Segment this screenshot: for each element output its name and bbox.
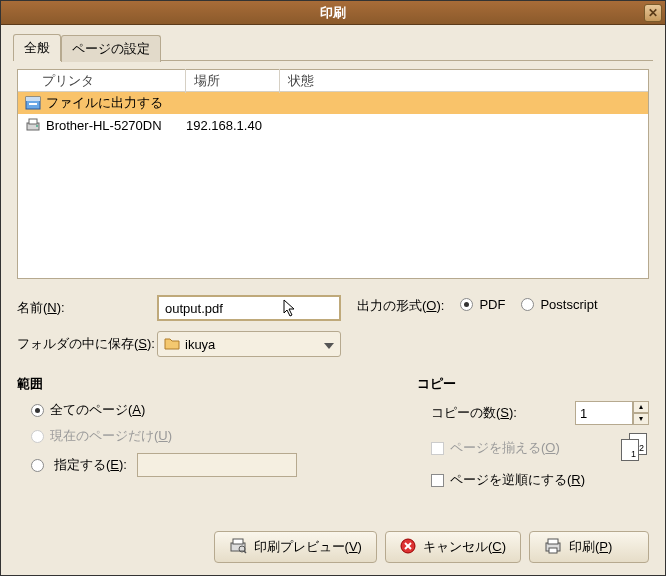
dialog-content: 全般 ページの設定 プリンタ 場所 状態 ファイルに出力する <box>1 25 665 575</box>
close-button[interactable]: ✕ <box>644 4 662 22</box>
folder-label: フォルダの中に保存(S): <box>17 335 157 353</box>
print-label: 印刷(P) <box>569 538 612 556</box>
preview-label: 印刷プレビュー(V) <box>254 538 362 556</box>
col-printer[interactable]: プリンタ <box>18 69 186 93</box>
filename-label: 名前(N): <box>17 299 157 317</box>
svg-rect-14 <box>548 539 558 544</box>
window-title: 印刷 <box>320 4 346 22</box>
folder-combo[interactable]: ikuya <box>157 331 341 357</box>
form-area: 名前(N): フォルダの中に保存(S): ikuya <box>17 295 649 357</box>
button-bar: 印刷プレビュー(V) キャンセル(C) 印刷(P) <box>13 521 653 567</box>
copies-spinner[interactable]: ▴▾ <box>575 401 649 425</box>
col-location[interactable]: 場所 <box>186 69 280 93</box>
tab-page-setup[interactable]: ページの設定 <box>61 35 161 62</box>
printer-list-header: プリンタ 場所 状態 <box>18 70 648 92</box>
copies-input[interactable] <box>575 401 633 425</box>
radio-current-page: 現在のページだけ(U) <box>31 427 357 445</box>
check-reverse[interactable]: ページを逆順にする(R) <box>431 471 649 489</box>
printer-name: ファイルに出力する <box>42 94 186 112</box>
copies-label: コピーの数(S): <box>431 404 517 422</box>
radio-postscript-label: Postscript <box>540 297 597 312</box>
copy-group: コピー コピーの数(S): ▴▾ ページを揃える(O) <box>417 375 649 489</box>
tab-general[interactable]: 全般 <box>13 34 61 61</box>
svg-rect-2 <box>29 103 37 105</box>
printer-list[interactable]: プリンタ 場所 状態 ファイルに出力する Brother-HL-5270DN <box>17 69 649 279</box>
titlebar: 印刷 ✕ <box>1 1 665 25</box>
spin-up[interactable]: ▴ <box>633 401 649 413</box>
svg-rect-4 <box>29 119 37 124</box>
radio-all-pages-label: 全てのページ(A) <box>50 401 145 419</box>
lower-section: 範囲 全てのページ(A) 現在のページだけ(U) 指定する(E): コピー <box>17 375 649 489</box>
range-input[interactable] <box>137 453 297 477</box>
col-status[interactable]: 状態 <box>280 69 648 93</box>
print-preview-button[interactable]: 印刷プレビュー(V) <box>214 531 377 563</box>
printer-name: Brother-HL-5270DN <box>42 118 186 133</box>
print-dialog: 印刷 ✕ 全般 ページの設定 プリンタ 場所 状態 ファイルに出力する <box>0 0 666 576</box>
print-button[interactable]: 印刷(P) <box>529 531 649 563</box>
svg-line-9 <box>244 551 246 553</box>
svg-rect-1 <box>26 97 40 101</box>
folder-icon <box>164 336 180 353</box>
print-icon <box>544 538 562 557</box>
check-reverse-label: ページを逆順にする(R) <box>450 471 585 489</box>
check-collate: ページを揃える(O) <box>431 439 560 457</box>
svg-rect-15 <box>549 548 557 553</box>
tab-page-setup-label: ページの設定 <box>72 41 150 56</box>
right-form: 出力の形式(O): PDF Postscript <box>357 295 649 357</box>
output-format-label: 出力の形式(O): <box>357 297 444 315</box>
check-collate-label: ページを揃える(O) <box>450 439 560 457</box>
preview-icon <box>229 538 247 557</box>
tab-general-label: 全般 <box>24 40 50 55</box>
pages-icon: 2 1 <box>621 433 649 463</box>
spin-down[interactable]: ▾ <box>633 413 649 425</box>
range-group: 範囲 全てのページ(A) 現在のページだけ(U) 指定する(E): <box>17 375 357 489</box>
svg-rect-7 <box>233 539 243 544</box>
left-form: 名前(N): フォルダの中に保存(S): ikuya <box>17 295 341 357</box>
range-title: 範囲 <box>17 375 357 393</box>
printer-row-file[interactable]: ファイルに出力する <box>18 92 648 114</box>
cancel-label: キャンセル(C) <box>423 538 506 556</box>
cancel-icon <box>400 538 416 557</box>
copy-title: コピー <box>417 375 649 393</box>
chevron-down-icon <box>324 337 334 352</box>
tab-body: プリンタ 場所 状態 ファイルに出力する Brother-HL-5270DN <box>13 61 653 521</box>
radio-current-page-label: 現在のページだけ(U) <box>50 427 172 445</box>
radio-pdf-label: PDF <box>479 297 505 312</box>
svg-point-5 <box>36 125 38 127</box>
radio-specify[interactable]: 指定する(E): <box>31 453 357 477</box>
cancel-button[interactable]: キャンセル(C) <box>385 531 521 563</box>
radio-specify-label: 指定する(E): <box>54 456 127 474</box>
radio-all-pages[interactable]: 全てのページ(A) <box>31 401 357 419</box>
radio-postscript[interactable]: Postscript <box>521 297 597 312</box>
printer-location: 192.168.1.40 <box>186 118 280 133</box>
filename-input[interactable] <box>157 295 341 321</box>
folder-value: ikuya <box>185 337 215 352</box>
file-icon <box>24 95 42 111</box>
printer-icon <box>24 117 42 133</box>
printer-row-brother[interactable]: Brother-HL-5270DN 192.168.1.40 <box>18 114 648 136</box>
radio-pdf[interactable]: PDF <box>460 297 505 312</box>
tab-row: 全般 ページの設定 <box>13 35 653 61</box>
